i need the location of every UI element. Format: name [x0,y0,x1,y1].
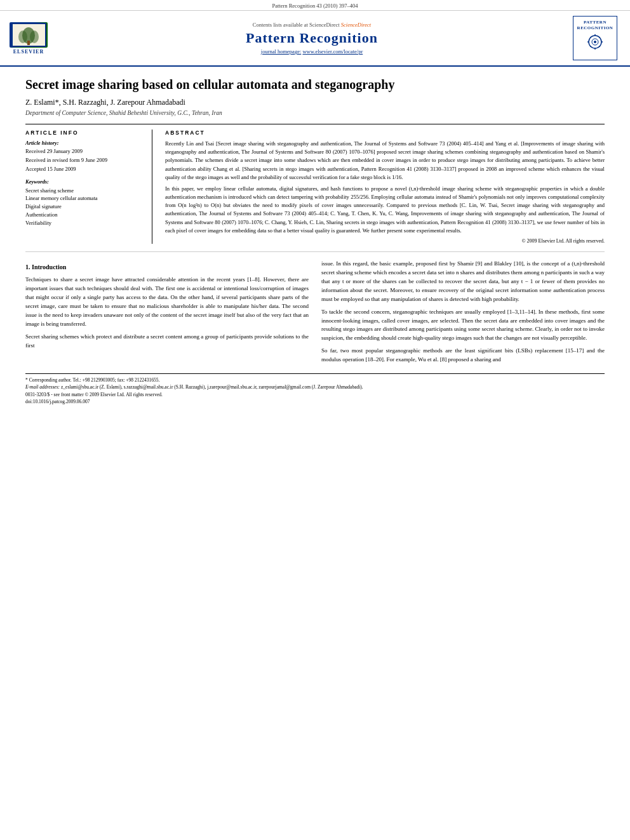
keywords-heading: Keywords: [25,178,142,185]
footnote-section: * Corresponding author. Tel.: +98 212990… [25,377,605,405]
email-addresses: z_eslami@sbu.ac.ir (Z. Eslami), s.razzag… [61,384,363,390]
abstract-text: Recently Lin and Tsai [Secret image shar… [165,140,605,235]
section1-right-p1: issue. In this regard, the basic example… [321,260,605,304]
body-left-col: 1. Introduction Techniques to share a se… [25,260,309,368]
abstract-column: ABSTRACT Recently Lin and Tsai [Secret i… [165,130,605,244]
email-label: E-mail addresses: [25,384,60,390]
abstract-paragraph-1: Recently Lin and Tsai [Secret image shar… [165,140,605,182]
received-date: Received 29 January 2009 [25,148,142,156]
journal-header-left: ELSEVIER [6,21,51,56]
copyright-notice: © 2009 Elsevier Ltd. All rights reserved… [165,238,605,244]
elsevier-logo-img [10,22,48,48]
svg-rect-7 [11,46,46,47]
svg-point-16 [594,41,596,43]
elsevier-wordmark: ELSEVIER [13,49,44,55]
footnote-star: * Corresponding author. Tel.: +98 212990… [25,377,605,383]
footnote-email: E-mail addresses: z_eslami@sbu.ac.ir (Z.… [25,383,605,390]
section1-left-p1: Techniques to share a secret image have … [25,276,309,329]
homepage-url[interactable]: www.elsevier.com/locate/pr [302,48,363,55]
svg-line-19 [600,37,600,37]
abstract-paragraph-2: In this paper, we employ linear cellular… [165,185,605,235]
badge-icon [582,32,608,55]
article-info-column: ARTICLE INFO Article history: Received 2… [25,130,152,244]
svg-point-3 [18,30,27,43]
article-history-label: Article history: [25,140,142,146]
elsevier-logo: ELSEVIER [6,21,51,56]
svg-line-18 [600,46,600,47]
svg-line-17 [590,37,591,37]
journal-badge: PATTERN RECOGNITION [573,16,617,60]
section1-right-p2: To tackle the second concern, steganogra… [321,308,605,343]
journal-citation: Pattern Recognition 43 (2010) 397–404 [272,3,358,9]
svg-rect-6 [11,23,46,24]
section1-right-p3: So far, two most popular steganographic … [321,347,605,364]
badge-title: PATTERN RECOGNITION [576,20,614,31]
sciencedirect-line: Contents lists available at ScienceDirec… [51,22,573,28]
footer-divider [25,373,605,374]
top-bar: Pattern Recognition 43 (2010) 397–404 [0,0,630,11]
keyword-2: Linear memory cellular automata [25,194,142,203]
journal-homepage: journal homepage: www.elsevier.com/locat… [51,48,573,55]
svg-point-4 [30,30,39,43]
article-info-abstract-section: ARTICLE INFO Article history: Received 2… [25,124,605,244]
section1-heading: 1. Introduction [25,262,309,272]
keyword-4: Authentication [25,211,142,219]
accepted-date: Accepted 15 June 2009 [25,166,142,173]
article-affiliation: Department of Computer Science, Shahid B… [25,110,605,116]
svg-rect-9 [45,23,46,47]
article-authors: Z. Eslami*, S.H. Razzaghi, J. Zarepour A… [25,98,605,107]
section-divider [25,251,605,252]
svg-line-20 [590,46,591,47]
body-two-col: 1. Introduction Techniques to share a se… [25,260,605,368]
article-content: Secret image sharing based on cellular a… [0,67,630,418]
svg-rect-8 [11,23,13,47]
body-right-col: issue. In this regard, the basic example… [321,260,605,368]
article-info-heading: ARTICLE INFO [25,130,142,136]
abstract-heading: ABSTRACT [165,130,605,136]
keyword-5: Verifiability [25,219,142,227]
section1-left-p2: Secret sharing schemes which protect and… [25,333,309,350]
sciencedirect-link[interactable]: ScienceDirect [341,22,371,28]
footnote-issn: 0031-3203/$ - see front matter © 2009 El… [25,391,605,398]
keyword-3: Digital signature [25,203,142,211]
footnote-doi: doi:10.1016/j.patcog.2009.06.007 [25,398,605,405]
keyword-1: Secret sharing scheme [25,187,142,195]
article-title: Secret image sharing based on cellular a… [25,76,605,93]
received-revised-date: Received in revised form 9 June 2009 [25,157,142,164]
journal-header: ELSEVIER Contents lists available at Sci… [0,11,630,67]
svg-rect-5 [27,41,30,45]
journal-title: Pattern Recognition [51,30,573,46]
journal-header-center: Contents lists available at ScienceDirec… [51,22,573,55]
